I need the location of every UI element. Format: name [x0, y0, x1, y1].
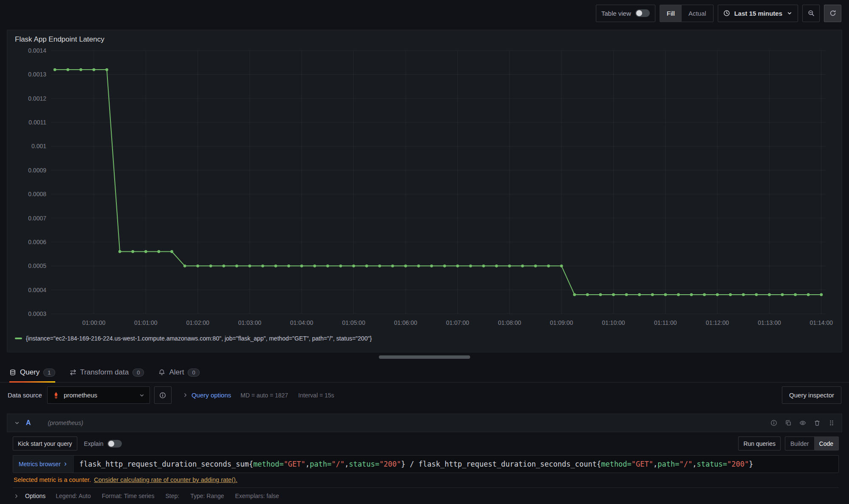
- table-view-control: Table view: [596, 5, 655, 22]
- explain-toggle[interactable]: [107, 440, 122, 448]
- expr-token: status=: [349, 460, 379, 468]
- database-icon: [9, 369, 16, 376]
- chevron-down-icon: [787, 10, 793, 16]
- counter-metric-warning: Selected metric is a counter. Consider c…: [13, 473, 839, 483]
- fill-button[interactable]: Fill: [660, 5, 682, 22]
- svg-text:01:04:00: 01:04:00: [290, 319, 313, 326]
- tab-query-label: Query: [20, 368, 39, 377]
- legend-label: {instance="ec2-184-169-216-224.us-west-1…: [26, 335, 372, 342]
- svg-text:01:09:00: 01:09:00: [550, 319, 573, 326]
- duplicate-query-icon[interactable]: [785, 420, 792, 426]
- code-mode-button[interactable]: Code: [814, 437, 838, 450]
- fill-actual-group: Fill Actual: [660, 5, 714, 22]
- tab-alert[interactable]: Alert 0: [158, 363, 199, 382]
- expr-token: "GET": [284, 460, 305, 468]
- tab-alert-badge: 0: [188, 369, 199, 377]
- expr-token: }: [401, 460, 405, 468]
- option-summary-item: Exemplars: false: [235, 493, 279, 499]
- query-help-icon[interactable]: [770, 420, 777, 426]
- tab-query[interactable]: Query 1: [9, 363, 55, 382]
- delete-query-icon[interactable]: [814, 420, 821, 426]
- expr-token: "GET": [632, 460, 653, 468]
- clock-icon: [723, 10, 730, 17]
- options-summary: Legend: AutoFormat: Time seriesStep:Type…: [56, 493, 279, 499]
- query-options-toggle[interactable]: Query options: [183, 391, 231, 399]
- expr-token: "/": [332, 460, 345, 468]
- promql-expression-input[interactable]: flask_http_request_duration_seconds_sum{…: [73, 456, 838, 473]
- actual-button[interactable]: Actual: [682, 5, 713, 22]
- drag-handle-icon[interactable]: [828, 420, 835, 426]
- max-data-points-value: MD = auto = 1827: [240, 392, 288, 399]
- query-ref-id: A: [26, 419, 31, 427]
- chevron-right-icon: [14, 493, 19, 499]
- expr-token: ,: [305, 460, 310, 468]
- options-row[interactable]: Options Legend: AutoFormat: Time seriesS…: [13, 487, 839, 499]
- expr-token: }: [749, 460, 753, 468]
- editor-toolbar-right: Run queries Builder Code: [738, 436, 839, 451]
- warning-rate-link[interactable]: Consider calculating rate of counter by …: [94, 476, 237, 483]
- chevron-right-icon: [63, 462, 68, 467]
- query-inspector-button[interactable]: Query inspector: [782, 386, 841, 404]
- scrollbar-track: [0, 355, 849, 359]
- interval-value: Interval = 15s: [298, 392, 334, 399]
- chevron-right-icon: [183, 392, 188, 398]
- editor-tabs: Query 1 Transform data 0 Alert 0: [0, 363, 849, 383]
- horizontal-scrollbar[interactable]: [379, 355, 470, 359]
- svg-text:01:05:00: 01:05:00: [342, 319, 365, 326]
- svg-text:01:10:00: 01:10:00: [602, 319, 625, 326]
- svg-text:01:14:00: 01:14:00: [810, 319, 833, 326]
- expr-token: path=: [310, 460, 331, 468]
- expr-token: /: [406, 460, 419, 468]
- query-row-header[interactable]: A (prometheus): [7, 414, 842, 432]
- svg-text:01:07:00: 01:07:00: [446, 319, 469, 326]
- hide-query-icon[interactable]: [799, 420, 806, 426]
- builder-code-group: Builder Code: [785, 436, 839, 451]
- svg-text:0.0007: 0.0007: [28, 215, 46, 222]
- svg-text:0.0005: 0.0005: [28, 262, 46, 269]
- metrics-browser-toggle[interactable]: Metrics browser: [13, 456, 73, 473]
- svg-text:0.0003: 0.0003: [28, 310, 46, 317]
- series-points: [54, 68, 823, 296]
- chart-legend[interactable]: {instance="ec2-184-169-216-224.us-west-1…: [7, 333, 842, 342]
- refresh-icon: [829, 10, 836, 17]
- option-summary-item: Step:: [165, 493, 179, 499]
- expr-token: "/": [679, 460, 692, 468]
- svg-text:01:08:00: 01:08:00: [498, 319, 521, 326]
- timeseries-panel: Flask App Endpoint Latency 0.00030.00040…: [7, 30, 842, 352]
- tab-transform-label: Transform data: [80, 368, 129, 377]
- svg-text:01:01:00: 01:01:00: [134, 319, 158, 326]
- query-editor-body: Kick start your query Explain Run querie…: [7, 432, 842, 499]
- refresh-button[interactable]: [824, 5, 841, 22]
- grafana-panel-editor: Table view Fill Actual Last 15 minutes F…: [0, 0, 849, 499]
- explain-control: Explain: [84, 440, 122, 448]
- time-range-picker[interactable]: Last 15 minutes: [718, 5, 798, 22]
- table-view-toggle[interactable]: [635, 9, 650, 17]
- svg-text:0.0004: 0.0004: [28, 287, 46, 293]
- toggle-knob: [108, 441, 114, 447]
- chevron-down-icon[interactable]: [14, 420, 20, 426]
- builder-mode-button[interactable]: Builder: [785, 437, 814, 450]
- svg-text:0.0009: 0.0009: [28, 167, 46, 174]
- panel-title[interactable]: Flask App Endpoint Latency: [7, 30, 842, 46]
- info-circle-icon: [159, 392, 166, 399]
- svg-text:0.0012: 0.0012: [28, 95, 46, 102]
- tab-transform-data[interactable]: Transform data 0: [70, 363, 144, 382]
- query-card: A (prometheus) Kick start your query Exp…: [7, 414, 842, 499]
- svg-text:01:11:00: 01:11:00: [654, 319, 677, 326]
- datasource-help-button[interactable]: [154, 386, 172, 404]
- tab-query-badge: 1: [43, 369, 55, 377]
- svg-text:0.0011: 0.0011: [28, 119, 46, 126]
- transform-icon: [70, 369, 76, 376]
- tab-transform-badge: 0: [133, 369, 144, 377]
- svg-text:01:00:00: 01:00:00: [82, 319, 106, 326]
- svg-text:01:03:00: 01:03:00: [238, 319, 262, 326]
- latency-chart[interactable]: 0.00030.00040.00050.00060.00070.00080.00…: [11, 46, 837, 333]
- prometheus-icon: [52, 391, 60, 399]
- zoom-out-button[interactable]: [802, 5, 820, 22]
- chart-axis-labels: 0.00030.00040.00050.00060.00070.00080.00…: [28, 47, 833, 326]
- kick-start-query-button[interactable]: Kick start your query: [13, 436, 77, 451]
- datasource-select[interactable]: prometheus: [47, 386, 150, 404]
- expr-token: ,: [692, 460, 697, 468]
- query-expression-editor: Metrics browser flask_http_request_durat…: [13, 455, 839, 473]
- run-queries-button[interactable]: Run queries: [738, 436, 781, 451]
